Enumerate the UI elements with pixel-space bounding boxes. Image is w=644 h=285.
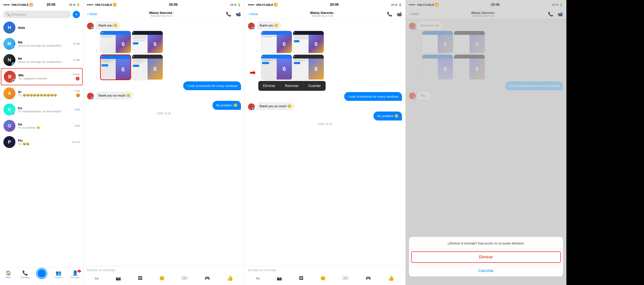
like-icon[interactable]: 👍 bbox=[227, 275, 233, 281]
screenshot-upload-icon-2: ↑ bbox=[96, 76, 98, 80]
p3-battery: 24 % 🔋 bbox=[391, 3, 402, 6]
search-bar[interactable]: 🔍 Búsqueda bbox=[4, 11, 70, 18]
emoji-icon[interactable]: 😊 bbox=[159, 276, 165, 281]
p3-text-format-icon[interactable]: Aa bbox=[256, 277, 260, 280]
gif-icon[interactable]: GIF bbox=[182, 277, 188, 280]
p3-timestamp: 8 DIC 21:19 bbox=[248, 123, 402, 126]
contact-preview: Tú: 😂😂😂😂😂😂😂😂😂😂... bbox=[18, 94, 72, 97]
msg-text: thank you 🙂 bbox=[98, 23, 118, 27]
p3-image-message-row-1: ↑ 6 bbox=[256, 31, 402, 53]
p3-header-center: Błażej Starosta › Activo(a) hace 6 min bbox=[260, 11, 385, 17]
contact-preview: ¡Envía un mensaje de cumpleaños! bbox=[18, 60, 70, 63]
game-icon[interactable]: 🎮 bbox=[204, 276, 210, 281]
p3-carrier: ONLYCABLE bbox=[256, 3, 273, 6]
chat-panel-normal: ONLYCABLE 📶 20:05 24 % 🔋 ‹ Inicio Błażej… bbox=[84, 0, 244, 285]
contact-item-pic[interactable]: P Pic Tú: 😂😂 31 ene bbox=[0, 134, 84, 150]
image-message-row-1: ↑ bbox=[96, 31, 241, 53]
p3-message-row-received: thank you 🙂 bbox=[248, 21, 402, 29]
contact-name: Ma bbox=[18, 40, 70, 44]
text-format-icon[interactable]: Aa bbox=[95, 277, 99, 280]
new-chat-button[interactable]: + bbox=[73, 11, 80, 18]
contact-info: Hola bbox=[18, 26, 80, 29]
p2-carrier: ONLYCABLE bbox=[95, 3, 112, 6]
avatar: K bbox=[4, 104, 16, 116]
screenshot-thumb-4: 6 bbox=[132, 54, 163, 80]
p3-emoji-icon[interactable]: 😊 bbox=[320, 276, 326, 281]
status-time: 20:05 bbox=[46, 3, 56, 7]
p3-sent-bubble-1: I took screeshots for every windows bbox=[344, 92, 402, 101]
contact-item-hola[interactable]: H Hola bbox=[0, 19, 84, 36]
contact-info: Pic Tú: 😂😂 bbox=[18, 139, 70, 145]
p3-message-bubble-received-2: thank you so much 🙂 bbox=[256, 102, 294, 110]
video-icon[interactable]: 📹 bbox=[236, 11, 241, 17]
chat-panel-delete-dialog: ONLYCABLE 📶 20:06 24 % 🔋 ‹ Inicio Błażej… bbox=[406, 0, 566, 285]
avatar: N bbox=[4, 54, 16, 66]
contact-info: Ne ¡Envía un mensaje de cumpleaños! bbox=[18, 57, 70, 63]
p3-game-icon[interactable]: 🎮 bbox=[366, 276, 371, 281]
p2-status-left: ONLYCABLE 📶 bbox=[87, 3, 116, 6]
message-row-received-2: thank you so much 🙂 bbox=[87, 91, 241, 100]
nav-inicio-label: Inicio bbox=[6, 276, 11, 279]
contact-info: Ma ¡Envía un mensaje de cumpleaños! bbox=[18, 40, 70, 47]
contact-item-bla[interactable]: B Bła. Tú: categories restored 13 feb ✓ bbox=[1, 68, 82, 85]
back-button[interactable]: ‹ Inicio bbox=[87, 12, 97, 16]
p3-call-icon[interactable]: 📞 bbox=[387, 11, 392, 17]
nav-personas[interactable]: 👤 Personas 1 bbox=[67, 270, 84, 279]
p4-contact-status-header: Activo(a) hace 6 min bbox=[421, 14, 546, 17]
delete-dialog-title: ¿Eliminar el mensaje? Esta acción no se … bbox=[409, 237, 563, 249]
message-row-sent-2: No problem 🙂 bbox=[87, 101, 241, 110]
image-icon[interactable]: 🖼 bbox=[138, 276, 142, 281]
p3-sent-bubble-2: No problem 🙂 bbox=[374, 111, 402, 120]
p3-image-icon[interactable]: 🖼 bbox=[299, 276, 304, 281]
header-center: Błażej Starosta › Activo(a) hace 6 min bbox=[99, 11, 224, 17]
nav-grupos[interactable]: 👥 Grupos bbox=[50, 270, 67, 279]
context-menu-eliminar[interactable]: Eliminar bbox=[258, 81, 280, 91]
contact-name: Ge bbox=[18, 122, 72, 126]
p4-status-left: ONLYCABLE 📶 bbox=[409, 3, 438, 6]
cancelar-button[interactable]: Cancelar bbox=[409, 265, 563, 277]
groups-icon: 👥 bbox=[56, 270, 61, 276]
phone-icon: 📞 bbox=[22, 270, 28, 276]
screenshot-thumb-3: 6 bbox=[100, 54, 131, 80]
header-actions: 📞 📹 bbox=[226, 11, 241, 17]
avatar: A bbox=[4, 87, 16, 99]
back-label: Inicio bbox=[89, 12, 97, 16]
p3-message-row-received-2: thank you so much 🙂 bbox=[248, 102, 402, 110]
contact-name: Ku bbox=[18, 106, 72, 110]
p3-like-icon[interactable]: 👍 bbox=[388, 275, 394, 281]
p4-back-button[interactable]: ‹ Inicio bbox=[409, 12, 419, 16]
p2-time: 20:05 bbox=[169, 3, 178, 7]
contact-item-ar[interactable]: A Ar Tú: 😂😂😂😂😂😂😂😂😂😂... 7 feb bbox=[0, 85, 84, 101]
contact-item-ma[interactable]: M Ma ¡Envía un mensaje de cumpleaños! 15… bbox=[0, 36, 84, 52]
p3-status-left: ONLYCABLE 📶 bbox=[248, 3, 278, 6]
contact-item-ne[interactable]: N Ne ¡Envía un mensaje de cumpleaños! 14… bbox=[0, 52, 84, 68]
p3-input-placeholder: Escribe un mensaje... bbox=[248, 268, 402, 272]
p3-chat-header: ‹ Inicio Błażej Starosta › Activo(a) hac… bbox=[244, 9, 406, 19]
context-menu-reenviar[interactable]: Reenviar bbox=[280, 81, 304, 91]
p3-chat-input-area: Escribe un mensaje... Aa 📷 🖼 😊 GIF 🎮 👍 bbox=[244, 266, 406, 285]
p3-back-button[interactable]: ‹ Inicio bbox=[248, 12, 258, 16]
contact-preview: Tú: 😂😂 bbox=[18, 142, 70, 145]
context-menu-guardar[interactable]: Guardar bbox=[304, 81, 326, 91]
p3-video-icon[interactable]: 📹 bbox=[396, 11, 402, 17]
contact-item-ge[interactable]: G Ge Tú: tu tambien 🙂 3 feb bbox=[0, 118, 84, 134]
image-message-row-2: ↑ 6 bbox=[96, 54, 241, 80]
camera-icon[interactable]: 📷 bbox=[116, 276, 121, 281]
nav-inicio[interactable]: 🏠 Inicio bbox=[0, 270, 17, 279]
nav-llamadas[interactable]: 📞 Llamadas bbox=[17, 270, 33, 279]
avatar: G bbox=[4, 120, 16, 132]
seen-avatar bbox=[76, 93, 80, 97]
eliminar-confirm-button[interactable]: Eliminar bbox=[411, 252, 561, 263]
nav-compose[interactable] bbox=[33, 270, 50, 279]
contact-name: Ar bbox=[18, 90, 72, 94]
contact-info: Bła. Tú: categories restored bbox=[18, 73, 70, 80]
contact-item-ku[interactable]: K Ku Tú: hahahahahaha, he feel lonely!!!… bbox=[0, 101, 84, 118]
p3-camera-icon[interactable]: 📷 bbox=[277, 276, 282, 281]
call-icon[interactable]: 📞 bbox=[226, 11, 231, 17]
contact-name: Bła. bbox=[18, 73, 70, 77]
contact-date: 7 feb bbox=[74, 89, 80, 92]
contact-name: Pic bbox=[18, 139, 70, 142]
carrier-name: ONLYCABLE bbox=[12, 3, 29, 6]
p3-gif-icon[interactable]: GIF bbox=[342, 277, 348, 280]
message-bubble-received-2: thank you so much 🙂 bbox=[96, 91, 134, 100]
